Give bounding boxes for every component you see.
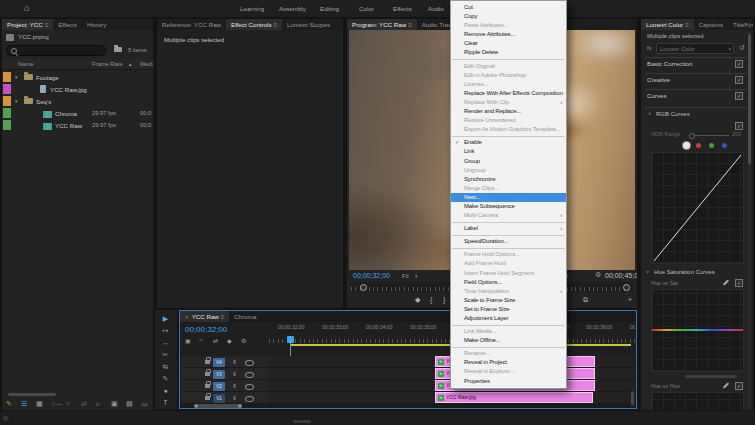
hue-sat-collapse-icon[interactable]: ˅ — [646, 269, 649, 275]
project-row-ycc-raw[interactable]: YCC Raw29.97 fps00;0 — [2, 119, 153, 131]
project-row-chroma[interactable]: Chroma29.97 fps00;0 — [2, 107, 153, 119]
track-lock-icon[interactable] — [205, 384, 210, 388]
menu-item-properties[interactable]: Properties — [451, 377, 566, 386]
green-channel-dot[interactable] — [709, 143, 714, 148]
type-tool[interactable]: T — [158, 398, 173, 408]
panel-resize-grip[interactable] — [293, 420, 311, 423]
timeline-playhead-timecode[interactable]: 00;00;32;00 — [185, 325, 227, 334]
project-row-footage[interactable]: ▾Footage — [2, 71, 153, 83]
menu-item-link[interactable]: Link — [451, 147, 566, 156]
home-icon[interactable]: ⌂ — [24, 3, 29, 13]
menu-item-nest[interactable]: Nest... — [451, 193, 566, 202]
horizontal-scrollbar[interactable] — [8, 393, 56, 396]
track-target-v3[interactable]: V3 — [213, 370, 225, 379]
panel-menu-icon[interactable]: ≡ — [408, 22, 412, 28]
rgb-curves-checkbox[interactable]: ✓ — [735, 122, 743, 130]
track-target-v1[interactable]: V1 — [213, 394, 225, 403]
tab-project-1[interactable]: Effects — [53, 19, 82, 30]
clip-v1[interactable]: fxYCC Raw.jpg — [435, 392, 593, 403]
menu-item-make-subsequence[interactable]: Make Subsequence — [451, 202, 566, 211]
menu-item-group[interactable]: Group — [451, 157, 566, 166]
expand-caret-icon[interactable]: ▾ — [15, 98, 18, 104]
sequence-tab-1[interactable]: Chroma — [229, 311, 261, 322]
track-output-eye-icon[interactable] — [245, 360, 254, 366]
track-output-eye-icon[interactable] — [245, 396, 254, 402]
pen-tool[interactable]: ✎ — [158, 374, 173, 384]
menu-item-reveal-in-project[interactable]: Reveal in Project — [451, 358, 566, 367]
menu-item-enable[interactable]: ✓Enable — [451, 138, 566, 147]
red-channel-dot[interactable] — [696, 143, 701, 148]
menu-item-make-offline[interactable]: Make Offline... — [451, 336, 566, 345]
program-zoom-handle[interactable] — [623, 284, 630, 291]
tab-effect-controls-2[interactable]: Lumetri Scopes — [282, 19, 335, 30]
track-select-tool[interactable]: ↦ — [158, 326, 173, 336]
rgb-curves-label[interactable]: RGB Curves — [656, 111, 690, 117]
blue-channel-dot[interactable] — [722, 143, 727, 148]
section-checkbox[interactable]: ✓ — [735, 76, 743, 84]
workspace-tab-effects[interactable]: Effects — [393, 5, 412, 12]
new-bin-icon[interactable]: ▣ — [111, 400, 118, 408]
button-editor-icon[interactable]: + — [628, 296, 632, 303]
timeline-h-scrollbar[interactable] — [182, 404, 630, 408]
mark-in-icon[interactable]: { — [430, 296, 432, 303]
section-curves[interactable]: Curves — [647, 92, 667, 99]
project-item-name[interactable]: Chroma — [55, 110, 77, 117]
project-item-name[interactable]: YCC Raw.jpg — [50, 86, 87, 93]
tab-project-2[interactable]: History — [82, 19, 111, 30]
new-item-icon[interactable]: ▤ — [126, 400, 133, 408]
bin-icon[interactable] — [114, 47, 122, 52]
workspace-tab-color[interactable]: Color — [359, 5, 374, 12]
menu-item-field-options[interactable]: Field Options... — [451, 278, 566, 287]
tab-lumetri-1[interactable]: Captions — [694, 19, 728, 30]
icon-view-icon[interactable]: ▦ — [36, 400, 43, 408]
effect-name-dropdown[interactable]: Lumetri Color ▾ — [656, 43, 734, 54]
sequence-nest-toggle-icon[interactable]: ▣ — [185, 337, 191, 344]
column-media[interactable]: Media — [140, 61, 153, 67]
menu-item-render-and-replace[interactable]: Render and Replace... — [451, 107, 566, 116]
search-input[interactable] — [6, 45, 106, 56]
timeline-v-scrollbar[interactable] — [631, 391, 634, 405]
project-item-name[interactable]: Footage — [36, 74, 59, 81]
workspace-tab-learning[interactable]: Learning — [240, 5, 264, 12]
menu-item-synchronize[interactable]: Synchronize — [451, 175, 566, 184]
track-output-eye-icon[interactable] — [245, 384, 254, 390]
workspace-tab-audio[interactable]: Audio — [428, 5, 444, 12]
section-basic-correction[interactable]: Basic Correction — [647, 60, 692, 67]
list-view-icon[interactable]: ☰ — [21, 400, 27, 408]
clear-icon[interactable]: ▭ — [141, 400, 148, 408]
ripple-edit-tool[interactable]: ↔ — [158, 338, 173, 348]
project-item-name[interactable]: Seq's — [36, 98, 51, 105]
section-checkbox[interactable]: ✓ — [735, 60, 743, 68]
workspace-tab-editing[interactable]: Editing — [320, 5, 339, 12]
hue-vs-hue-checkbox[interactable]: ✓ — [735, 382, 743, 390]
track-lock-icon[interactable] — [205, 372, 210, 376]
track-target-v4[interactable]: V4 — [213, 358, 225, 367]
menu-item-remove-attributes[interactable]: Remove Attributes... — [451, 30, 566, 39]
razor-tool[interactable]: ✂ — [158, 350, 173, 360]
rgb-curve-editor[interactable] — [651, 152, 744, 264]
find-icon[interactable]: ⌕ — [96, 400, 100, 408]
hand-tool[interactable]: ● — [158, 386, 173, 396]
tab-effect-controls-0[interactable]: Reference: YCC Raw — [157, 19, 226, 30]
label-color-swatch[interactable] — [3, 108, 11, 118]
panel-menu-icon[interactable]: ≡ — [45, 22, 49, 28]
lumetri-scrollbar[interactable] — [748, 32, 751, 408]
track-lock-icon[interactable] — [205, 360, 210, 364]
hue-vs-sat-checkbox[interactable]: ✓ — [735, 279, 743, 287]
project-row-seq-s[interactable]: ▾Seq's — [2, 95, 153, 107]
track-output-eye-icon[interactable] — [245, 372, 254, 378]
label-color-swatch[interactable] — [3, 96, 11, 106]
rgb-curves-collapse-icon[interactable]: ˅ — [648, 111, 651, 117]
menu-item-adjustment-layer[interactable]: Adjustment Layer — [451, 314, 566, 323]
column-frame-rate[interactable]: Frame Rate — [92, 61, 123, 67]
panel-menu-icon[interactable]: ≡ — [274, 22, 278, 28]
program-current-timecode[interactable]: 00;00;32;00 — [353, 272, 390, 279]
settings-wrench-icon[interactable]: ⚙ — [595, 271, 601, 279]
track-lock-icon[interactable] — [205, 396, 210, 400]
slip-tool[interactable]: ⇆ — [158, 362, 173, 372]
panel-overflow-icon[interactable]: » — [744, 21, 748, 28]
hue-saturation-curves-label[interactable]: Hue Saturation Curves — [654, 269, 715, 275]
project-row-ycc-raw-jpg[interactable]: YCC Raw.jpg — [2, 83, 153, 95]
white-channel-dot[interactable] — [683, 142, 690, 149]
menu-item-speed-duration[interactable]: Speed/Duration... — [451, 237, 566, 246]
